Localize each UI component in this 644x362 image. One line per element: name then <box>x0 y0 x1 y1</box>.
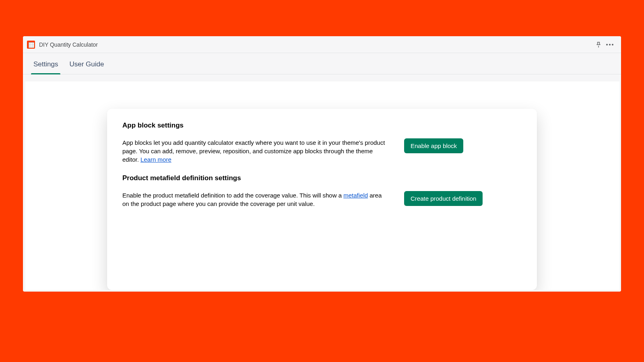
content-area: App block settings App blocks let you ad… <box>25 81 619 290</box>
tab-settings[interactable]: Settings <box>33 60 58 74</box>
metafield-link[interactable]: metafield <box>343 192 368 199</box>
tabs: Settings User Guide <box>23 53 621 74</box>
more-icon <box>606 44 613 45</box>
enable-app-block-button[interactable]: Enable app block <box>404 138 463 153</box>
desc-text: Enable the product metafield definition … <box>122 192 343 199</box>
section-title-metafield: Product metafield definition settings <box>122 174 522 182</box>
section-app-block: App block settings App blocks let you ad… <box>122 121 522 164</box>
app-window: DIY Quantity Calculator Settings User Gu… <box>23 36 621 292</box>
create-product-definition-button[interactable]: Create product definition <box>404 191 483 206</box>
app-header: DIY Quantity Calculator <box>23 36 621 53</box>
settings-card: App block settings App blocks let you ad… <box>107 109 537 290</box>
more-button[interactable] <box>604 39 615 50</box>
pin-icon <box>595 41 602 48</box>
learn-more-link[interactable]: Learn more <box>140 156 171 163</box>
section-desc-metafield: Enable the product metafield definition … <box>122 191 388 208</box>
app-title: DIY Quantity Calculator <box>39 41 98 48</box>
section-metafield: Product metafield definition settings En… <box>122 174 522 208</box>
app-logo-icon <box>27 41 35 49</box>
tab-user-guide[interactable]: User Guide <box>69 60 104 74</box>
section-title-app-block: App block settings <box>122 121 522 130</box>
pin-button[interactable] <box>593 39 604 50</box>
section-desc-app-block: App blocks let you add quantity calculat… <box>122 138 388 164</box>
